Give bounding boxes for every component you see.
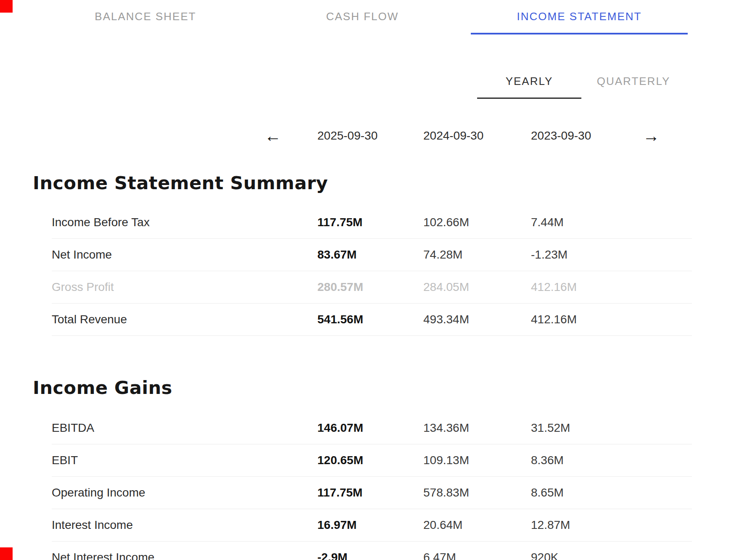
- row-label: Operating Income: [52, 486, 317, 499]
- tab-cash-flow[interactable]: CASH FLOW: [254, 0, 471, 34]
- section-title-income-gains: Income Gains: [33, 377, 739, 399]
- row-value-2025: 120.65M: [317, 454, 423, 467]
- row-value-2025: 146.07M: [317, 421, 423, 435]
- table-row-total-revenue[interactable]: Total Revenue 541.56M 493.34M 412.16M: [52, 304, 692, 336]
- row-label: EBITDA: [52, 421, 317, 435]
- row-value-2025: 83.67M: [317, 248, 423, 262]
- table-row-gross-profit[interactable]: Gross Profit 280.57M 284.05M 412.16M: [52, 271, 692, 304]
- row-value-2023: -1.23M: [531, 248, 640, 262]
- summary-table: Income Before Tax 117.75M 102.66M 7.44M …: [52, 206, 692, 336]
- row-label: Interest Income: [52, 518, 317, 532]
- income-statement-page: BALANCE SHEET CASH FLOW INCOME STATEMENT…: [0, 0, 739, 560]
- table-row-income-before-tax[interactable]: Income Before Tax 117.75M 102.66M 7.44M: [52, 206, 692, 239]
- row-value-2023: 412.16M: [531, 313, 640, 326]
- row-value-2023: 8.65M: [531, 486, 640, 499]
- row-value-2025: 541.56M: [317, 313, 423, 326]
- row-value-2023: 8.36M: [531, 454, 640, 467]
- row-value-2025: 117.75M: [317, 486, 423, 499]
- row-value-2023: 12.87M: [531, 518, 640, 532]
- table-row-ebit[interactable]: EBIT 120.65M 109.13M 8.36M: [52, 444, 692, 477]
- section-title-income-statement-summary: Income Statement Summary: [33, 172, 739, 194]
- row-label: EBIT: [52, 454, 317, 467]
- screen-corner-marker-bottom: [0, 547, 13, 560]
- row-label: Total Revenue: [52, 313, 317, 326]
- statement-tabs: BALANCE SHEET CASH FLOW INCOME STATEMENT: [37, 0, 688, 34]
- row-label: Net Interest Income: [52, 551, 317, 560]
- row-value-2023: 412.16M: [531, 280, 640, 294]
- screen-corner-marker-top: [0, 0, 13, 13]
- row-value-2025: 280.57M: [317, 280, 423, 294]
- period-toggle: YEARLY QUARTERLY: [0, 76, 739, 99]
- date-column-2023: 2023-09-30: [531, 129, 640, 143]
- arrow-right-icon[interactable]: →: [643, 127, 660, 144]
- row-value-2023: 920K: [531, 551, 640, 560]
- table-row-net-income[interactable]: Net Income 83.67M 74.28M -1.23M: [52, 239, 692, 271]
- row-value-2025: -2.9M: [317, 551, 423, 560]
- date-column-2024: 2024-09-30: [423, 129, 531, 143]
- row-label: Income Before Tax: [52, 216, 317, 229]
- table-row-ebitda[interactable]: EBITDA 146.07M 134.36M 31.52M: [52, 412, 692, 444]
- date-header: ← 2025-09-30 2024-09-30 2023-09-30 →: [52, 125, 692, 147]
- row-value-2025: 16.97M: [317, 518, 423, 532]
- date-nav-next-cell: →: [640, 127, 692, 144]
- row-value-2024: 284.05M: [423, 280, 531, 294]
- row-value-2024: 493.34M: [423, 313, 531, 326]
- period-tab-quarterly[interactable]: QUARTERLY: [581, 76, 686, 99]
- row-value-2024: 74.28M: [423, 248, 531, 262]
- date-column-2025: 2025-09-30: [317, 129, 423, 143]
- row-value-2024: 578.83M: [423, 486, 531, 499]
- tab-income-statement[interactable]: INCOME STATEMENT: [471, 0, 688, 34]
- date-nav-prev-cell: ←: [52, 127, 317, 144]
- row-value-2023: 7.44M: [531, 216, 640, 229]
- table-row-operating-income[interactable]: Operating Income 117.75M 578.83M 8.65M: [52, 477, 692, 509]
- row-label: Gross Profit: [52, 280, 317, 294]
- row-value-2024: 109.13M: [423, 454, 531, 467]
- tab-balance-sheet[interactable]: BALANCE SHEET: [37, 0, 254, 34]
- row-value-2024: 102.66M: [423, 216, 531, 229]
- table-row-net-interest-income[interactable]: Net Interest Income -2.9M 6.47M 920K: [52, 542, 692, 560]
- table-row-interest-income[interactable]: Interest Income 16.97M 20.64M 12.87M: [52, 509, 692, 542]
- gains-table: EBITDA 146.07M 134.36M 31.52M EBIT 120.6…: [52, 412, 692, 560]
- arrow-left-icon[interactable]: ←: [264, 127, 281, 144]
- row-value-2024: 20.64M: [423, 518, 531, 532]
- row-value-2023: 31.52M: [531, 421, 640, 435]
- row-value-2024: 6.47M: [423, 551, 531, 560]
- row-value-2024: 134.36M: [423, 421, 531, 435]
- period-tab-yearly[interactable]: YEARLY: [477, 76, 581, 99]
- row-label: Net Income: [52, 248, 317, 262]
- row-value-2025: 117.75M: [317, 216, 423, 229]
